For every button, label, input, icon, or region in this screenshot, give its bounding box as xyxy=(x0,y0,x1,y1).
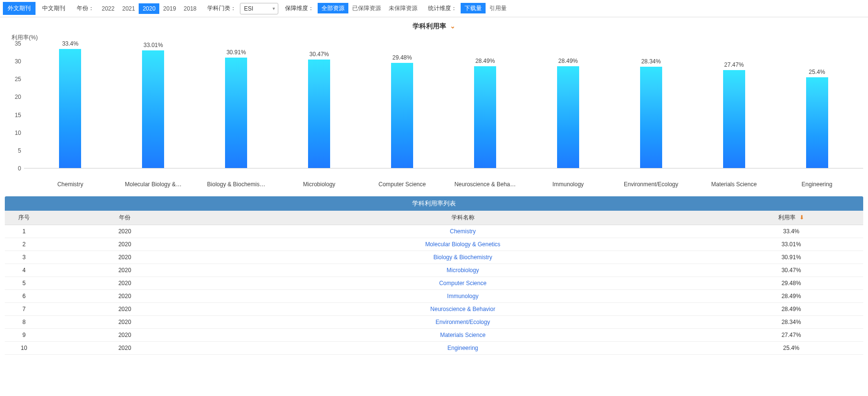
y-tick: 5 xyxy=(18,147,21,154)
cell-subject: Biology & Biochemistry xyxy=(206,251,719,264)
cell-rate: 33.4% xyxy=(719,225,863,238)
bar-slot: 30.91% xyxy=(195,44,278,168)
cell-subject: Materials Science xyxy=(206,329,719,342)
th-subject[interactable]: 学科名称 xyxy=(206,211,719,225)
cell-seq: 6 xyxy=(5,290,43,303)
cell-seq: 8 xyxy=(5,316,43,329)
bar-value-label: 25.4% xyxy=(809,69,825,75)
cell-rate: 33.01% xyxy=(719,238,863,251)
y-tick: 10 xyxy=(15,130,21,136)
tab-chinese-journals[interactable]: 中文期刊 xyxy=(37,2,70,15)
subject-link[interactable]: Materials Science xyxy=(440,332,486,338)
chart-section-title-text: 学科利用率 xyxy=(413,22,446,30)
cell-year: 2020 xyxy=(43,225,206,238)
x-axis-labels: ChemistryMolecular Biology &…Biology & B… xyxy=(5,178,863,188)
cell-subject: Computer Science xyxy=(206,277,719,290)
cell-subject: Chemistry xyxy=(206,225,719,238)
chart: 利用率(%) 05101520253035 33.4%33.01%30.91%3… xyxy=(0,34,868,192)
cell-year: 2020 xyxy=(43,342,206,355)
bar-slot: 25.4% xyxy=(775,44,858,168)
guarantee-option[interactable]: 全部资源 xyxy=(318,3,348,13)
bar-slot: 28.49% xyxy=(444,44,527,168)
year-label: 年份： xyxy=(72,4,96,12)
year-option-2018[interactable]: 2018 xyxy=(180,3,201,14)
chart-bar[interactable] xyxy=(474,66,496,168)
chart-bar[interactable] xyxy=(225,58,247,168)
chart-bar[interactable] xyxy=(142,50,164,168)
cell-seq: 10 xyxy=(5,342,43,355)
subject-link[interactable]: Biology & Biochemistry xyxy=(433,254,492,261)
cell-subject: Engineering xyxy=(206,342,719,355)
year-option-2022[interactable]: 2022 xyxy=(98,3,119,14)
cell-rate: 29.48% xyxy=(719,277,863,290)
bar-value-label: 28.49% xyxy=(476,58,495,64)
cell-year: 2020 xyxy=(43,303,206,316)
cell-rate: 30.91% xyxy=(719,251,863,264)
y-axis-title: 利用率(%) xyxy=(5,34,863,42)
stat-option[interactable]: 下载量 xyxy=(461,3,486,13)
bar-slot: 29.48% xyxy=(361,44,444,168)
subject-category-select[interactable]: ESI ▾ xyxy=(240,3,278,14)
chart-bar[interactable] xyxy=(640,67,662,168)
subject-link[interactable]: Computer Science xyxy=(439,280,487,287)
subject-link[interactable]: Molecular Biology & Genetics xyxy=(425,241,500,248)
subject-link[interactable]: Chemistry xyxy=(450,228,476,235)
chart-bar[interactable] xyxy=(723,70,745,168)
tab-foreign-journals[interactable]: 外文期刊 xyxy=(3,2,36,15)
y-tick: 15 xyxy=(15,112,21,119)
cell-rate: 25.4% xyxy=(719,342,863,355)
th-rate[interactable]: 利用率 ⬇ xyxy=(719,211,863,225)
bar-value-label: 28.34% xyxy=(641,58,661,65)
chart-bar[interactable] xyxy=(391,63,413,168)
bar-value-label: 27.47% xyxy=(724,61,744,68)
chart-bar[interactable] xyxy=(557,66,579,168)
bar-slot: 30.47% xyxy=(278,44,361,168)
bar-value-label: 30.91% xyxy=(226,49,246,56)
expand-down-icon: ⌄ xyxy=(450,23,455,30)
x-axis-label: Biology & Biochemis… xyxy=(195,181,278,188)
bar-value-label: 29.48% xyxy=(392,54,412,61)
stat-option[interactable]: 引用量 xyxy=(486,3,511,13)
table-row: 72020Neuroscience & Behavior28.49% xyxy=(5,303,863,316)
cell-rate: 28.34% xyxy=(719,316,863,329)
cell-year: 2020 xyxy=(43,290,206,303)
chart-bar[interactable] xyxy=(806,77,828,168)
cell-year: 2020 xyxy=(43,277,206,290)
guarantee-option[interactable]: 未保障资源 xyxy=(385,3,421,13)
bar-slot: 28.34% xyxy=(609,44,692,168)
cell-seq: 1 xyxy=(5,225,43,238)
x-axis-label: Computer Science xyxy=(361,181,444,188)
chart-bar[interactable] xyxy=(59,49,81,168)
th-year[interactable]: 年份 xyxy=(43,211,206,225)
cell-year: 2020 xyxy=(43,316,206,329)
table-row: 92020Materials Science27.47% xyxy=(5,329,863,342)
year-option-2020[interactable]: 2020 xyxy=(139,3,159,14)
th-seq[interactable]: 序号 xyxy=(5,211,43,225)
chart-bar[interactable] xyxy=(308,60,330,168)
subject-link[interactable]: Immunology xyxy=(447,293,478,300)
y-tick: 20 xyxy=(15,94,21,100)
bar-value-label: 33.01% xyxy=(143,42,163,48)
subject-link[interactable]: Microbiology xyxy=(447,267,479,274)
cell-seq: 3 xyxy=(5,251,43,264)
bar-slot: 33.01% xyxy=(112,44,195,168)
cell-rate: 28.49% xyxy=(719,290,863,303)
stat-label: 统计维度： xyxy=(423,4,459,12)
subject-link[interactable]: Neuroscience & Behavior xyxy=(430,306,495,312)
y-axis: 05101520253035 xyxy=(5,44,24,168)
cell-seq: 4 xyxy=(5,264,43,277)
subject-link[interactable]: Engineering xyxy=(447,345,478,351)
bar-slot: 27.47% xyxy=(692,44,775,168)
usage-table: 序号 年份 学科名称 利用率 ⬇ 12020Chemistry33.4%2202… xyxy=(5,211,863,355)
year-option-2021[interactable]: 2021 xyxy=(119,3,139,14)
table-row: 22020Molecular Biology & Genetics33.01% xyxy=(5,238,863,251)
x-axis-label: Engineering xyxy=(775,181,858,188)
subject-link[interactable]: Environment/Ecology xyxy=(436,319,490,325)
chart-section-title[interactable]: 学科利用率 ⌄ xyxy=(0,17,868,34)
subject-category-label: 学科门类： xyxy=(202,4,238,12)
x-axis-label: Immunology xyxy=(526,181,609,188)
x-axis-label: Chemistry xyxy=(29,181,112,188)
cell-rate: 28.49% xyxy=(719,303,863,316)
guarantee-option[interactable]: 已保障资源 xyxy=(348,3,385,13)
year-option-2019[interactable]: 2019 xyxy=(159,3,180,14)
